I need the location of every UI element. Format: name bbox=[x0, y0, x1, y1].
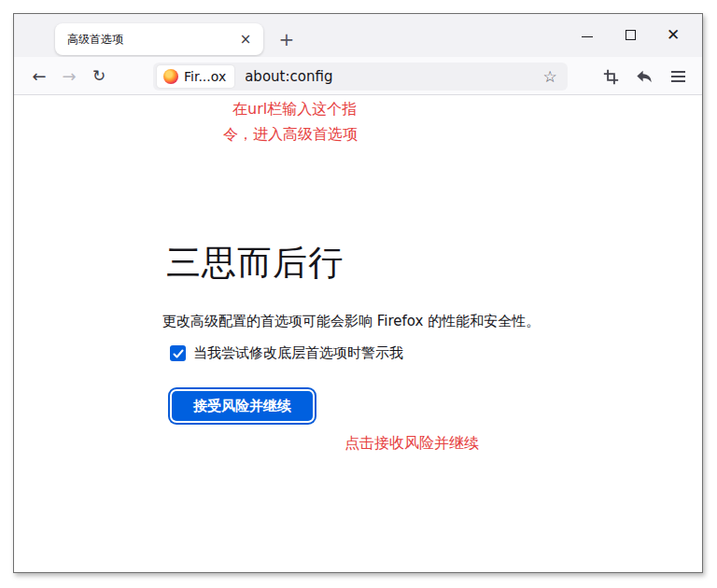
page-title: 三思而后行 bbox=[166, 240, 344, 287]
bookmark-star-icon[interactable]: ☆ bbox=[538, 67, 562, 86]
identity-chip[interactable]: Fir...ox bbox=[157, 65, 234, 88]
hamburger-icon bbox=[671, 71, 685, 82]
back-button[interactable]: ← bbox=[24, 62, 54, 90]
toolbar-right-group bbox=[594, 63, 695, 91]
minimize-button[interactable] bbox=[566, 18, 609, 51]
checkmark-icon bbox=[173, 348, 184, 359]
crop-icon bbox=[603, 69, 619, 85]
maximize-button[interactable] bbox=[609, 18, 652, 51]
window-close-button[interactable]: ✕ bbox=[652, 18, 695, 51]
identity-chip-label: Fir...ox bbox=[184, 69, 226, 84]
annotation-url-note-line1: 在url栏输入这个指 bbox=[232, 100, 357, 119]
screenshot-crop-button[interactable] bbox=[594, 63, 627, 91]
reload-button[interactable]: ↻ bbox=[84, 62, 114, 90]
url-bar[interactable]: Fir...ox about:config ☆ bbox=[153, 63, 568, 91]
annotation-url-note-line2: 令，进入高级首选项 bbox=[223, 125, 358, 145]
tab-advanced-preferences[interactable]: 高级首选项 × bbox=[55, 23, 263, 55]
menu-button[interactable] bbox=[661, 63, 695, 91]
browser-window: 高级首选项 × + ✕ ← → ↻ bbox=[13, 13, 703, 573]
url-text[interactable]: about:config bbox=[245, 68, 538, 85]
forward-button[interactable]: → bbox=[54, 62, 84, 90]
about-config-warning-page: 在url栏输入这个指 令，进入高级首选项 三思而后行 更改高级配置的首选项可能会… bbox=[14, 95, 702, 572]
undo-arrow-icon bbox=[636, 68, 653, 85]
warning-text: 更改高级配置的首选项可能会影响 Firefox 的性能和安全性。 bbox=[162, 313, 540, 330]
tab-title: 高级首选项 bbox=[67, 32, 235, 48]
firefox-logo-icon bbox=[163, 69, 178, 84]
warn-checkbox[interactable] bbox=[170, 345, 186, 361]
window-controls: ✕ bbox=[566, 18, 695, 51]
maximize-icon bbox=[626, 30, 636, 40]
annotation-button-note: 点击接收风险并继续 bbox=[344, 434, 479, 454]
minimize-icon bbox=[582, 36, 593, 37]
window-close-icon: ✕ bbox=[667, 25, 680, 44]
warn-checkbox-label: 当我尝试修改底层首选项时警示我 bbox=[193, 344, 403, 362]
screenshot-stage: 高级首选项 × + ✕ ← → ↻ bbox=[0, 0, 717, 588]
navigation-toolbar: ← → ↻ Fir...ox about:config ☆ bbox=[14, 57, 702, 95]
new-tab-button[interactable]: + bbox=[272, 25, 302, 53]
accept-risk-button[interactable]: 接受风险并继续 bbox=[172, 391, 313, 421]
tab-bar: 高级首选项 × + ✕ bbox=[14, 14, 702, 57]
warn-checkbox-row: 当我尝试修改底层首选项时警示我 bbox=[170, 344, 403, 362]
tab-close-button[interactable]: × bbox=[235, 29, 256, 49]
undo-button[interactable] bbox=[627, 63, 661, 91]
